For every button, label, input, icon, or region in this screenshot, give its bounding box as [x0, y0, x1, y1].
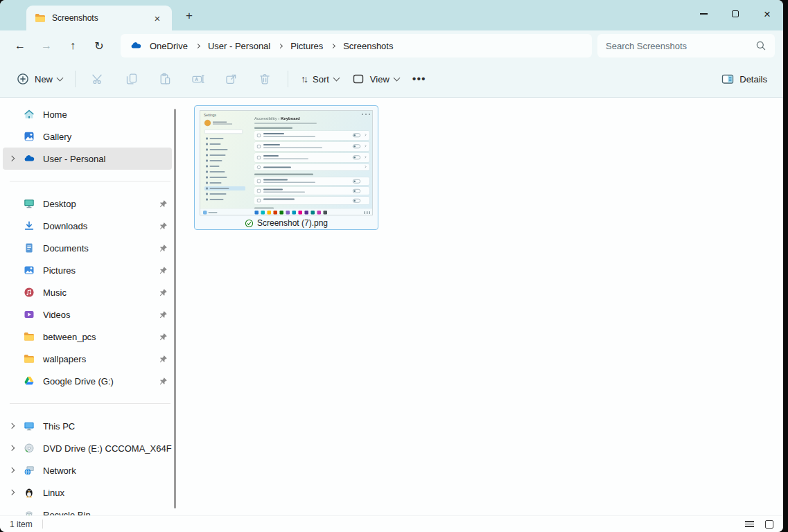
downloads-icon	[21, 218, 37, 233]
sidebar-item-label: wallpapers	[39, 354, 152, 364]
expand-chevron-icon[interactable]	[4, 418, 19, 434]
sidebar-item-network[interactable]: Network	[3, 459, 172, 481]
folder-icon	[21, 329, 37, 344]
forward-button[interactable]: →	[33, 35, 60, 57]
sidebar-item-linux[interactable]: Linux	[3, 481, 172, 504]
sidebar-item-label: Network	[39, 466, 152, 476]
folder-icon	[35, 12, 46, 24]
delete-button[interactable]	[253, 67, 277, 91]
back-button[interactable]: ←	[7, 35, 33, 57]
linux-penguin-icon	[21, 485, 37, 500]
breadcrumb[interactable]: OneDrive User - Personal Pictures Screen…	[121, 34, 592, 57]
thumbnail-avatar	[204, 120, 211, 126]
sidebar-item-gallery[interactable]: Gallery	[3, 125, 172, 148]
expand-chevron-icon[interactable]	[4, 463, 19, 478]
breadcrumb-screenshots[interactable]: Screenshots	[343, 41, 393, 51]
desktop-icon	[21, 196, 37, 211]
sidebar-item-documents[interactable]: Documents	[3, 237, 172, 259]
sidebar-item-this-pc[interactable]: This PC	[3, 415, 172, 437]
sidebar-item-label: Home	[39, 109, 152, 120]
sort-button[interactable]: ↑↓ Sort	[295, 69, 345, 89]
thumbnail-taskbar	[200, 209, 373, 215]
sidebar-item-between-pcs[interactable]: between_pcs	[3, 326, 172, 348]
expand-chevron-icon[interactable]	[4, 441, 19, 456]
toolbar-divider	[288, 71, 288, 87]
sidebar-item-home[interactable]: Home	[3, 103, 172, 125]
sidebar-item-label: Videos	[39, 310, 152, 320]
paste-button[interactable]	[153, 67, 177, 91]
refresh-button[interactable]: ↻	[86, 35, 112, 57]
share-button[interactable]	[220, 67, 243, 91]
recycle-bin-icon	[21, 507, 37, 515]
sidebar-item-recycle-bin[interactable]: Recycle Bin	[3, 504, 172, 515]
sidebar-item-label: Google Drive (G:)	[39, 376, 152, 387]
details-button-label: Details	[739, 74, 767, 85]
gallery-icon	[21, 129, 37, 144]
chevron-down-icon	[57, 74, 64, 81]
rename-button[interactable]	[186, 67, 210, 91]
navigation-pane: Home Gallery User - Personal Desktop	[0, 98, 180, 515]
maximize-button[interactable]	[719, 0, 751, 28]
new-button[interactable]: New	[10, 67, 69, 91]
breadcrumb-chevron-icon	[278, 43, 283, 48]
breadcrumb-onedrive[interactable]: OneDrive	[150, 41, 188, 51]
sidebar-scrollbar[interactable]	[174, 109, 176, 508]
sidebar-item-dvd-drive[interactable]: DVD Drive (E:) CCCOMA_X64FRE_EN	[3, 437, 172, 459]
thumbnail-search-box	[204, 130, 243, 134]
sidebar-item-label: Linux	[39, 488, 152, 498]
sidebar-item-label: Desktop	[39, 199, 152, 209]
rename-icon	[191, 72, 205, 86]
sidebar-item-videos[interactable]: Videos	[3, 303, 172, 326]
large-thumbnails-view-icon[interactable]	[765, 520, 773, 529]
sidebar-item-desktop[interactable]: Desktop	[3, 193, 172, 215]
sidebar-item-music[interactable]: Music	[3, 281, 172, 303]
videos-icon	[21, 307, 37, 322]
status-bar: 1 item	[0, 515, 783, 532]
sidebar-item-onedrive-personal[interactable]: User - Personal	[3, 148, 172, 170]
sidebar-item-pictures[interactable]: Pictures	[3, 259, 172, 281]
scissors-icon	[91, 72, 105, 86]
pin-icon	[154, 196, 172, 211]
file-list-area[interactable]: Settings	[180, 98, 783, 515]
details-pane-icon	[721, 72, 735, 86]
share-icon	[225, 72, 238, 86]
window-controls: ×	[688, 0, 783, 28]
plus-circle-icon	[16, 72, 30, 86]
onedrive-cloud-icon	[21, 151, 37, 166]
close-icon: ×	[764, 8, 771, 20]
sidebar-item-wallpapers[interactable]: wallpapers	[3, 348, 172, 370]
close-button[interactable]: ×	[751, 0, 783, 28]
details-button[interactable]: Details	[715, 67, 773, 91]
music-icon	[21, 285, 37, 300]
command-toolbar: New ↑↓ Sort View ••• Details	[0, 61, 783, 98]
sidebar-item-label: DVD Drive (E:) CCCOMA_X64FRE_EN	[39, 443, 172, 454]
expand-chevron-icon[interactable]	[4, 485, 19, 500]
file-item-screenshot-7[interactable]: Settings	[194, 105, 378, 230]
pin-icon	[154, 218, 172, 233]
breadcrumb-pictures[interactable]: Pictures	[290, 41, 323, 51]
sidebar-item-label: User - Personal	[39, 154, 152, 164]
tab-close-icon[interactable]: ×	[150, 10, 165, 26]
tab-screenshots[interactable]: Screenshots ×	[26, 6, 172, 30]
new-tab-button[interactable]: +	[180, 7, 198, 25]
cut-button[interactable]	[87, 67, 110, 91]
more-options-button[interactable]: •••	[405, 73, 433, 85]
details-view-icon[interactable]	[745, 521, 754, 527]
titlebar: Screenshots × + ×	[0, 0, 783, 30]
minimize-button[interactable]	[688, 0, 719, 28]
copy-button[interactable]	[120, 67, 143, 91]
breadcrumb-user-personal[interactable]: User - Personal	[208, 41, 270, 51]
pin-icon	[154, 307, 172, 322]
expand-chevron-icon[interactable]	[4, 151, 19, 166]
search-input[interactable]	[606, 41, 755, 51]
pictures-icon	[21, 263, 37, 278]
pin-icon	[154, 329, 172, 344]
search-box[interactable]	[597, 34, 775, 57]
network-icon	[21, 463, 37, 478]
sidebar-item-label: This PC	[39, 421, 152, 432]
view-button[interactable]: View	[345, 67, 405, 91]
up-button[interactable]: ↑	[60, 35, 86, 57]
sidebar-item-downloads[interactable]: Downloads	[3, 215, 172, 237]
toolbar-divider	[75, 71, 76, 87]
sidebar-item-google-drive[interactable]: Google Drive (G:)	[3, 370, 172, 392]
